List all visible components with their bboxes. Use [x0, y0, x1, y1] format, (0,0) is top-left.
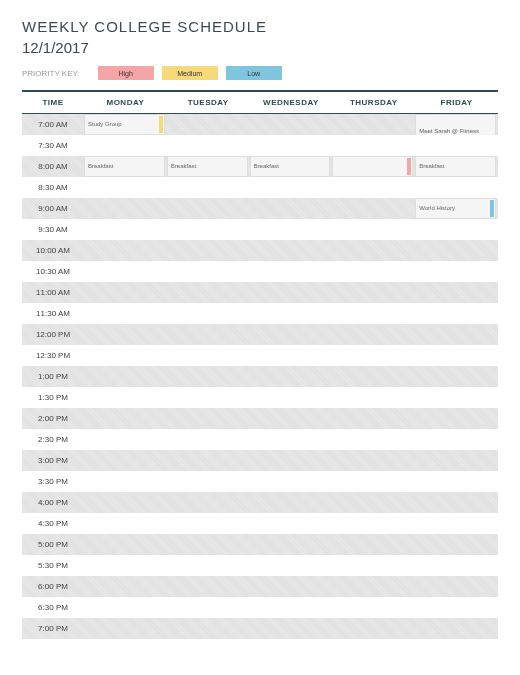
schedule-cell[interactable] [332, 450, 415, 471]
schedule-cell[interactable] [415, 135, 498, 156]
schedule-cell[interactable] [167, 114, 250, 135]
schedule-cell[interactable] [167, 303, 250, 324]
schedule-cell[interactable] [332, 387, 415, 408]
schedule-cell[interactable] [332, 135, 415, 156]
schedule-cell[interactable] [332, 492, 415, 513]
schedule-cell[interactable]: Breakfast [167, 156, 250, 177]
schedule-cell[interactable] [84, 387, 167, 408]
schedule-cell[interactable] [84, 576, 167, 597]
schedule-cell[interactable]: Study Group [84, 114, 167, 135]
event[interactable]: Breakfast [415, 156, 496, 177]
schedule-cell[interactable] [84, 534, 167, 555]
schedule-cell[interactable] [250, 345, 333, 366]
schedule-cell[interactable]: Breakfast [415, 156, 498, 177]
schedule-cell[interactable] [250, 303, 333, 324]
schedule-cell[interactable] [84, 408, 167, 429]
schedule-cell[interactable] [167, 345, 250, 366]
schedule-cell[interactable] [415, 471, 498, 492]
schedule-cell[interactable] [84, 597, 167, 618]
schedule-cell[interactable] [167, 408, 250, 429]
schedule-cell[interactable] [250, 324, 333, 345]
schedule-cell[interactable] [250, 198, 333, 219]
schedule-cell[interactable] [332, 471, 415, 492]
schedule-cell[interactable] [250, 240, 333, 261]
schedule-cell[interactable] [84, 492, 167, 513]
schedule-cell[interactable] [332, 282, 415, 303]
schedule-cell[interactable] [167, 387, 250, 408]
schedule-cell[interactable] [167, 324, 250, 345]
event[interactable] [332, 156, 413, 177]
schedule-cell[interactable] [332, 114, 415, 135]
schedule-cell[interactable] [167, 513, 250, 534]
schedule-cell[interactable] [415, 597, 498, 618]
schedule-cell[interactable] [332, 156, 415, 177]
schedule-cell[interactable] [84, 261, 167, 282]
schedule-cell[interactable] [250, 282, 333, 303]
schedule-cell[interactable] [167, 135, 250, 156]
schedule-cell[interactable] [415, 387, 498, 408]
schedule-cell[interactable] [167, 261, 250, 282]
schedule-cell[interactable] [167, 177, 250, 198]
schedule-cell[interactable] [332, 177, 415, 198]
schedule-cell[interactable] [415, 450, 498, 471]
schedule-cell[interactable]: World History [415, 198, 498, 219]
schedule-cell[interactable] [167, 282, 250, 303]
schedule-cell[interactable] [332, 534, 415, 555]
schedule-cell[interactable] [415, 576, 498, 597]
event[interactable]: Meet Sarah @ Fitness Center [415, 114, 496, 135]
schedule-cell[interactable] [332, 408, 415, 429]
schedule-cell[interactable] [415, 366, 498, 387]
event[interactable]: Study Group [84, 114, 165, 135]
schedule-cell[interactable] [167, 366, 250, 387]
schedule-cell[interactable] [332, 261, 415, 282]
schedule-cell[interactable] [84, 450, 167, 471]
schedule-cell[interactable] [167, 534, 250, 555]
schedule-cell[interactable] [415, 513, 498, 534]
schedule-cell[interactable] [84, 198, 167, 219]
schedule-cell[interactable] [250, 135, 333, 156]
schedule-cell[interactable] [332, 324, 415, 345]
schedule-cell[interactable] [84, 366, 167, 387]
schedule-cell[interactable] [84, 303, 167, 324]
event[interactable]: World History [415, 198, 496, 219]
schedule-cell[interactable] [415, 534, 498, 555]
event[interactable]: Breakfast [250, 156, 331, 177]
schedule-cell[interactable] [332, 429, 415, 450]
schedule-cell[interactable] [250, 471, 333, 492]
event[interactable]: Breakfast [167, 156, 248, 177]
schedule-cell[interactable] [167, 471, 250, 492]
schedule-cell[interactable] [415, 324, 498, 345]
schedule-cell[interactable] [250, 534, 333, 555]
schedule-cell[interactable] [250, 513, 333, 534]
schedule-cell[interactable] [84, 240, 167, 261]
schedule-cell[interactable] [250, 492, 333, 513]
schedule-cell[interactable] [332, 240, 415, 261]
schedule-cell[interactable] [167, 240, 250, 261]
schedule-cell[interactable] [167, 618, 250, 639]
schedule-cell[interactable] [250, 387, 333, 408]
schedule-cell[interactable] [332, 219, 415, 240]
schedule-cell[interactable] [250, 618, 333, 639]
schedule-cell[interactable] [84, 282, 167, 303]
schedule-cell[interactable] [167, 198, 250, 219]
schedule-cell[interactable] [415, 555, 498, 576]
schedule-cell[interactable] [167, 219, 250, 240]
schedule-cell[interactable] [250, 555, 333, 576]
schedule-cell[interactable] [250, 177, 333, 198]
schedule-cell[interactable] [84, 219, 167, 240]
schedule-cell[interactable] [332, 366, 415, 387]
schedule-cell[interactable] [167, 450, 250, 471]
schedule-cell[interactable] [332, 576, 415, 597]
schedule-cell[interactable] [415, 261, 498, 282]
schedule-cell[interactable] [250, 408, 333, 429]
schedule-cell[interactable] [332, 345, 415, 366]
schedule-cell[interactable] [167, 492, 250, 513]
schedule-cell[interactable] [250, 261, 333, 282]
schedule-cell[interactable] [415, 429, 498, 450]
schedule-cell[interactable] [332, 618, 415, 639]
schedule-cell[interactable]: Meet Sarah @ Fitness Center [415, 114, 498, 135]
schedule-cell[interactable] [167, 555, 250, 576]
schedule-cell[interactable] [250, 366, 333, 387]
schedule-cell[interactable] [415, 345, 498, 366]
schedule-cell[interactable] [332, 597, 415, 618]
